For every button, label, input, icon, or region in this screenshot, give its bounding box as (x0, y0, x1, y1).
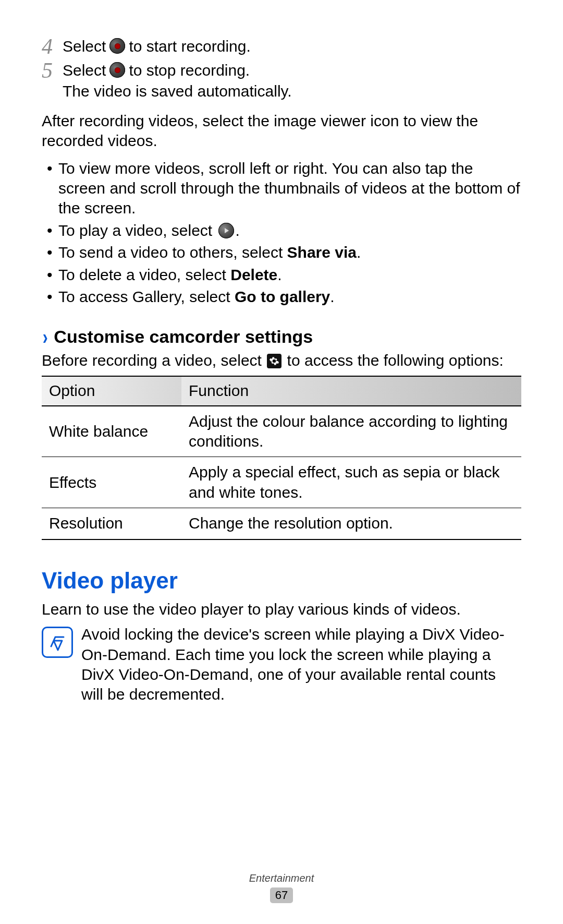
table-row: Resolution Change the resolution option. (42, 508, 521, 539)
step-text: Select (63, 37, 106, 56)
record-icon (109, 62, 125, 78)
table-row: Effects Apply a special effect, such as … (42, 457, 521, 508)
table-row: White balance Adjust the colour balance … (42, 406, 521, 457)
list-bold: Share via (287, 244, 357, 261)
list-item: To view more videos, scroll left or righ… (42, 159, 521, 219)
cell-option: Resolution (42, 508, 181, 539)
bullet-list: To view more videos, scroll left or righ… (42, 159, 521, 307)
step-5: 5 Select to stop recording. The video is… (42, 61, 521, 102)
list-item: To delete a video, select Delete. (42, 265, 521, 285)
play-icon (218, 223, 234, 238)
cell-function: Adjust the colour balance according to l… (181, 406, 521, 457)
list-text: To access Gallery, select (58, 288, 235, 305)
note-icon (42, 627, 73, 658)
list-bold: Delete (230, 266, 277, 283)
step-4: 4 Select to start recording. (42, 37, 521, 57)
list-text: . (277, 266, 282, 283)
intro-text: Before recording a video, select (42, 352, 262, 369)
list-text: . (236, 222, 240, 239)
subsection-title: Customise camcorder settings (54, 326, 313, 349)
table-header-function: Function (181, 376, 521, 405)
intro-text: to access the following options: (287, 352, 504, 369)
subsection-intro: Before recording a video, select to acce… (42, 351, 521, 370)
subsection-heading: › Customise camcorder settings (42, 326, 521, 349)
gear-icon (267, 354, 282, 368)
step-subtext: The video is saved automatically. (63, 81, 521, 101)
step-number: 4 (42, 35, 63, 57)
cell-function: Apply a special effect, such as sepia or… (181, 457, 521, 508)
section-heading: Video player (42, 566, 521, 595)
list-item: To play a video, select . (42, 221, 521, 241)
step-number: 5 (42, 59, 63, 81)
page-footer: Entertainment 67 (0, 872, 563, 903)
cell-option: Effects (42, 457, 181, 508)
page-number: 67 (270, 887, 293, 903)
paragraph: After recording videos, select the image… (42, 111, 521, 151)
list-text: To send a video to others, select (58, 244, 287, 261)
record-icon (109, 38, 125, 54)
chevron-icon: › (43, 327, 48, 347)
list-text: To delete a video, select (58, 266, 230, 283)
step-body: Select to start recording. (63, 37, 521, 56)
section-intro: Learn to use the video player to play va… (42, 599, 521, 619)
options-table: Option Function White balance Adjust the… (42, 376, 521, 539)
cell-option: White balance (42, 406, 181, 457)
footer-category: Entertainment (0, 872, 563, 885)
list-bold: Go to gallery (235, 288, 330, 305)
cell-function: Change the resolution option. (181, 508, 521, 539)
svg-marker-0 (225, 228, 229, 233)
step-text: to stop recording. (129, 61, 250, 80)
step-body: Select to stop recording. The video is s… (63, 61, 521, 102)
step-text: to start recording. (129, 37, 250, 56)
list-text: To view more videos, scroll left or righ… (58, 160, 520, 217)
document-page: 4 Select to start recording. 5 Select to… (0, 0, 563, 924)
step-text: Select (63, 61, 106, 80)
list-item: To send a video to others, select Share … (42, 243, 521, 262)
table-header-option: Option (42, 376, 181, 405)
note-block: Avoid locking the device's screen while … (42, 625, 521, 705)
note-text: Avoid locking the device's screen while … (81, 625, 521, 705)
list-item: To access Gallery, select Go to gallery. (42, 287, 521, 307)
list-text: . (357, 244, 361, 261)
list-text: . (330, 288, 334, 305)
list-text: To play a video, select (58, 222, 212, 239)
